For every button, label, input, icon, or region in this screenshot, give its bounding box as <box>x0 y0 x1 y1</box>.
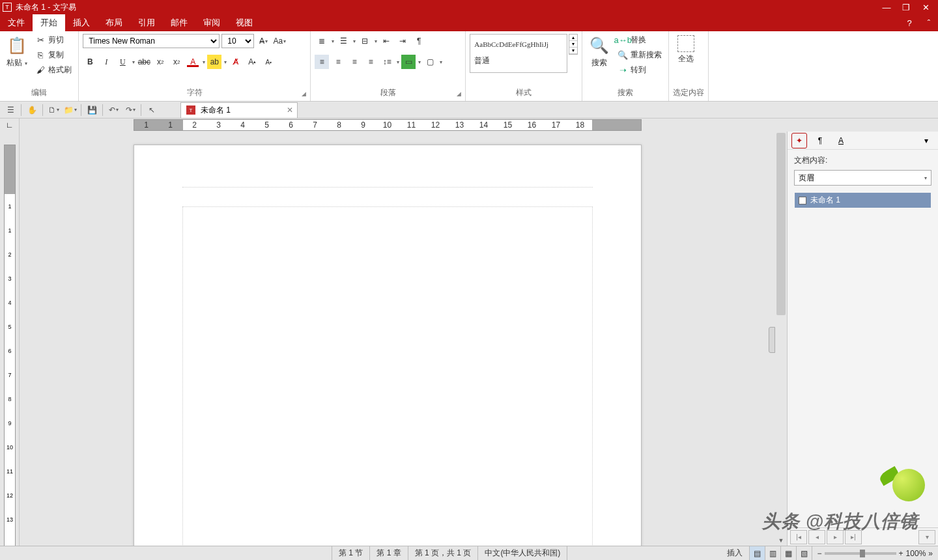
shading-button[interactable]: ▭ <box>401 55 416 69</box>
minimize-button[interactable]: — <box>877 0 896 14</box>
char-style-button[interactable]: A̸ <box>229 55 243 69</box>
vertical-scrollbar[interactable]: ▲ ▼ <box>775 132 787 546</box>
status-language[interactable]: 中文(中华人民共和国) <box>478 546 567 560</box>
search-button[interactable]: 🔍 搜索 <box>586 34 612 70</box>
goto-button[interactable]: ➝转到 <box>615 64 664 76</box>
menu-layout[interactable]: 布局 <box>98 14 130 31</box>
style-up-icon[interactable]: ▴ <box>569 35 577 41</box>
pointer-button[interactable]: ↖ <box>144 103 160 117</box>
paragraph-tab[interactable]: ¶ <box>812 133 828 148</box>
align-center-button[interactable]: ≡ <box>331 55 345 69</box>
status-section[interactable]: 第 1 节 <box>332 546 370 560</box>
justify-button[interactable]: ≡ <box>363 55 378 69</box>
format-painter-button[interactable]: 🖌格式刷 <box>33 64 74 76</box>
align-right-button[interactable]: ≡ <box>347 55 362 69</box>
tab-close-button[interactable]: ✕ <box>287 105 293 115</box>
grow-font-button[interactable]: A▴ <box>245 55 259 69</box>
horizontal-ruler[interactable]: 1123456789101112131415161718 <box>134 119 642 131</box>
nav-prev-button[interactable]: ◂ <box>808 530 825 544</box>
side-panel-handle[interactable] <box>769 327 775 353</box>
bullets-button[interactable]: ≣ <box>315 34 329 48</box>
open-folder-button[interactable]: 📁▾ <box>63 103 78 117</box>
zoom-slider[interactable] <box>825 552 896 555</box>
line-spacing-button[interactable]: ↕≡ <box>380 55 394 69</box>
menu-file[interactable]: 文件 <box>0 14 33 31</box>
style-down-icon[interactable]: ▾ <box>569 41 577 48</box>
select-all-button[interactable]: 全选 <box>673 34 699 66</box>
redo-button[interactable]: ↷▾ <box>122 103 138 117</box>
view-web-layout[interactable]: ▥ <box>765 546 781 560</box>
bold-button[interactable]: B <box>83 55 97 69</box>
document-canvas[interactable] <box>20 132 775 546</box>
change-case-button[interactable]: Aa▾ <box>272 34 287 48</box>
help-button[interactable]: ? <box>899 14 919 31</box>
navigator-tab[interactable]: ✦ <box>791 133 807 148</box>
menu-insert[interactable]: 插入 <box>65 14 98 31</box>
multilevel-button[interactable]: ⊟ <box>358 34 372 48</box>
hand-tool-button[interactable]: ✋ <box>24 103 40 117</box>
nav-first-button[interactable]: |◂ <box>790 530 807 544</box>
menu-reference[interactable]: 引用 <box>130 14 163 31</box>
scroll-down-icon[interactable]: ▼ <box>775 535 787 546</box>
increase-indent-button[interactable]: ⇥ <box>395 34 410 48</box>
font-family-select[interactable]: Times New Roman <box>83 34 220 48</box>
status-mode[interactable]: 插入 <box>720 546 750 560</box>
menu-mail[interactable]: 邮件 <box>163 14 195 31</box>
subscript-button[interactable]: x2 <box>153 55 167 69</box>
italic-button[interactable]: I <box>99 55 113 69</box>
checkbox[interactable] <box>799 197 806 204</box>
para-launcher[interactable]: ◢ <box>457 91 461 97</box>
nav-more-button[interactable]: ▾ <box>918 530 935 544</box>
show-marks-button[interactable]: ¶ <box>412 34 426 48</box>
search-again-button[interactable]: 🔍重新搜索 <box>615 49 664 61</box>
style-gallery-scroller[interactable]: ▴ ▾ ▾ <box>569 34 578 55</box>
style-more-icon[interactable]: ▾ <box>569 48 577 54</box>
char-launcher[interactable]: ◢ <box>302 91 306 97</box>
style-gallery-item[interactable]: AaBbCcDdEeFfGgHhIiJj 普通 <box>470 34 567 73</box>
menu-view[interactable]: 视图 <box>228 14 261 31</box>
superscript-button[interactable]: x2 <box>169 55 184 69</box>
menu-icon[interactable]: ☰ <box>3 103 18 117</box>
close-button[interactable]: ✕ <box>916 0 935 14</box>
shrink-font-button[interactable]: A▾ <box>261 55 276 69</box>
save-button[interactable]: 💾 <box>84 103 100 117</box>
borders-button[interactable]: ▢ <box>423 55 437 69</box>
highlight-button[interactable]: ab <box>207 55 221 69</box>
cut-button[interactable]: ✂剪切 <box>33 34 74 46</box>
zoom-out-button[interactable]: − <box>817 549 822 558</box>
copy-button[interactable]: ⎘复制 <box>33 49 74 61</box>
content-type-select[interactable]: 页眉 ▾ <box>794 170 931 186</box>
styles-tab[interactable]: A <box>833 133 849 148</box>
menu-home[interactable]: 开始 <box>33 14 65 31</box>
collapse-ribbon-button[interactable]: ˆ <box>920 14 938 31</box>
align-left-button[interactable]: ≡ <box>315 55 329 69</box>
font-size-select[interactable]: 10 <box>221 34 254 48</box>
replace-button[interactable]: a↔b替换 <box>615 34 664 46</box>
nav-next-button[interactable]: ▸ <box>827 530 844 544</box>
new-doc-button[interactable]: 🗋▾ <box>46 103 61 117</box>
view-print-layout[interactable]: ▤ <box>750 546 765 560</box>
view-draft[interactable]: ▧ <box>797 546 812 560</box>
maximize-button[interactable]: ❐ <box>896 0 916 14</box>
clear-format-button[interactable]: A̶▾ <box>256 34 270 48</box>
sidepanel-menu[interactable]: ▾ <box>918 133 934 148</box>
zoom-in-button[interactable]: + <box>899 549 903 558</box>
zoom-control[interactable]: − + 100% » <box>812 549 938 558</box>
zoom-value[interactable]: 100% <box>906 549 926 558</box>
numbering-button[interactable]: ☰ <box>336 34 350 48</box>
underline-button[interactable]: U <box>115 55 130 69</box>
status-page[interactable]: 第 1 页，共 1 页 <box>408 546 479 560</box>
ruler-corner[interactable]: ∟ <box>0 119 20 132</box>
paste-button[interactable]: 📋 粘贴 ▾ <box>4 34 30 70</box>
zoom-menu[interactable]: » <box>928 549 933 558</box>
vertical-ruler[interactable]: 112345678910111213 <box>0 132 20 546</box>
page[interactable] <box>134 145 642 546</box>
view-outline[interactable]: ▦ <box>781 546 797 560</box>
scroll-thumb[interactable] <box>776 133 786 315</box>
undo-button[interactable]: ↶▾ <box>106 103 121 117</box>
nav-item[interactable]: 未命名 1 <box>795 193 931 208</box>
strikethrough-button[interactable]: abc <box>137 55 151 69</box>
menu-review[interactable]: 审阅 <box>195 14 228 31</box>
font-color-button[interactable]: A <box>186 55 200 69</box>
nav-last-button[interactable]: ▸| <box>845 530 862 544</box>
